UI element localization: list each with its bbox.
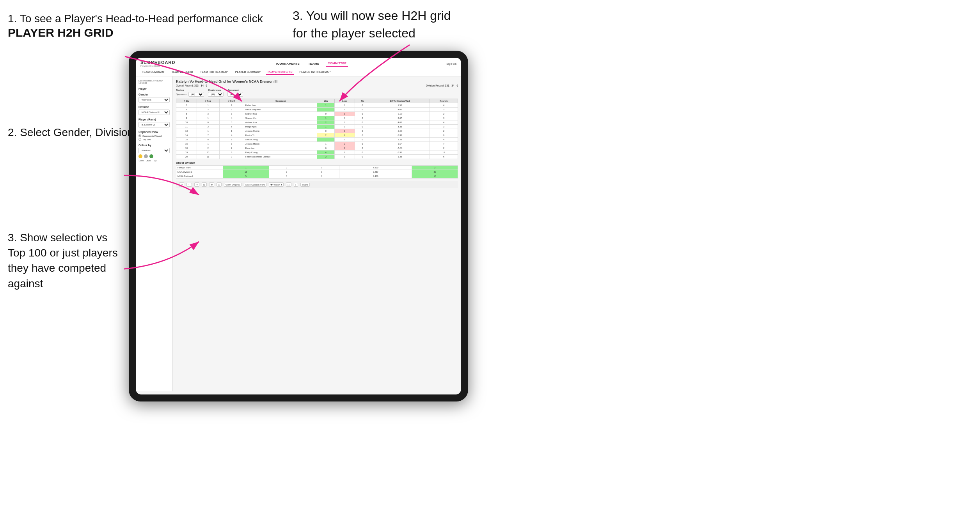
nav-teams[interactable]: TEAMS bbox=[307, 61, 321, 66]
sub-nav-team-h2h-heatmap[interactable]: TEAM H2H HEATMAP bbox=[199, 70, 230, 75]
cell-div: 18 bbox=[176, 146, 197, 150]
toolbar-share[interactable]: Share bbox=[300, 183, 310, 187]
instruction-1: 1. To see a Player's Head-to-Head perfor… bbox=[8, 11, 263, 39]
cell-win: 1 bbox=[317, 138, 335, 142]
sub-nav-team-h2h-grid[interactable]: TEAM H2H GRID bbox=[170, 70, 195, 75]
cell-conf: 4 bbox=[219, 116, 244, 120]
cell-opponent: Sharon Mun bbox=[244, 116, 317, 120]
cell-conf: 3 bbox=[219, 112, 244, 116]
ood-table-row: NCAA Division 2 5 0 0 7.400 10 bbox=[176, 174, 458, 179]
table-row: 16 1 3 Jessica Mason 1 2 0 -0.94 7 bbox=[176, 142, 458, 146]
colour-up bbox=[149, 154, 153, 158]
sub-nav-player-h2h-heatmap[interactable]: PLAYER H2H HEATMAP bbox=[298, 70, 332, 75]
player-rank-label: Player (Rank) bbox=[138, 118, 170, 121]
toolbar-timer[interactable]: ◷ bbox=[217, 182, 222, 187]
player-rank-select[interactable]: 8. Katelyn Vo bbox=[138, 122, 170, 127]
cell-loss: 0 bbox=[335, 108, 355, 112]
cell-win: 1 bbox=[317, 108, 335, 112]
cell-diff: -5.00 bbox=[370, 146, 430, 150]
cell-rounds: 9 bbox=[430, 133, 458, 138]
scoreboard-logo: SCOREBOARD Powered by clippd bbox=[140, 60, 175, 67]
col-div: # Div bbox=[176, 99, 197, 103]
tablet-frame: SCOREBOARD Powered by clippd TOURNAMENTS… bbox=[129, 51, 468, 401]
cell-opponent: Emily Chang bbox=[244, 150, 317, 155]
opponent-select[interactable]: (All) bbox=[227, 92, 243, 97]
h2h-title: Katelyn Vo Head-to-Head Grid for Women's… bbox=[176, 80, 458, 83]
table-row: 13 1 1 Jessica Huang 0 1 0 -3.00 2 bbox=[176, 129, 458, 133]
cell-opponent: Heejo Hyun bbox=[244, 125, 317, 129]
cell-win: 0 bbox=[317, 146, 335, 150]
toolbar-save-custom[interactable]: Save Custom View bbox=[244, 183, 267, 187]
opponents-select[interactable]: (All) bbox=[188, 92, 204, 97]
radio-top-100[interactable]: Top 100 bbox=[138, 138, 170, 141]
table-row: 20 11 7 Federica Domecq Lacroze 2 1 0 1.… bbox=[176, 155, 458, 159]
cell-diff: -0.94 bbox=[370, 142, 430, 146]
cell-opponent: Federica Domecq Lacroze bbox=[244, 155, 317, 159]
out-of-division-table: Foreign Team 1 0 0 4.500 2 NAIA Division… bbox=[176, 165, 458, 179]
cell-loss: 1 bbox=[335, 155, 355, 159]
opponent-filter-title: Opponent bbox=[227, 89, 243, 91]
colour-by-select[interactable]: Win/loss bbox=[138, 148, 170, 153]
division-select[interactable]: NCAA Division III bbox=[138, 110, 170, 115]
cell-conf: 2 bbox=[219, 146, 244, 150]
gender-select[interactable]: Women's bbox=[138, 97, 170, 103]
sub-nav-player-h2h-grid[interactable]: PLAYER H2H GRID bbox=[266, 70, 294, 75]
toolbar-redo[interactable]: ↪ bbox=[194, 182, 199, 187]
cell-diff: 3.67 bbox=[370, 116, 430, 120]
cell-win: 1 bbox=[317, 142, 335, 146]
ood-cell-opponent: Foreign Team bbox=[176, 166, 223, 170]
sub-nav-team-summary[interactable]: TEAM SUMMARY bbox=[140, 70, 166, 75]
cell-loss: 2 bbox=[335, 142, 355, 146]
col-loss: Loss bbox=[335, 99, 355, 103]
conference-filter-title: Conference bbox=[208, 89, 224, 91]
cell-tie: 0 bbox=[355, 103, 370, 108]
cell-opponent: Alexis Sudjianto bbox=[244, 108, 317, 112]
cell-reg: 8 bbox=[197, 138, 219, 142]
legend-level: Level bbox=[146, 159, 151, 162]
cell-reg: 11 bbox=[197, 155, 219, 159]
toolbar-refresh[interactable]: ⟲ bbox=[209, 182, 214, 187]
cell-conf: 3 bbox=[219, 142, 244, 146]
cell-rounds: 2 bbox=[430, 129, 458, 133]
table-row: 14 7 4 Eunice Yi 2 2 0 0.38 9 bbox=[176, 133, 458, 138]
cell-win: 0 bbox=[317, 112, 335, 116]
nav-committee[interactable]: COMMITTEE bbox=[326, 61, 348, 67]
toolbar-export[interactable]: ⬚ bbox=[286, 182, 291, 187]
nav-tournaments[interactable]: TOURNAMENTS bbox=[274, 61, 301, 66]
last-updated: Last Updated: 27/03/2024 16:55:38 bbox=[138, 80, 170, 84]
cell-opponent: Sydney Kuo bbox=[244, 112, 317, 116]
conference-select[interactable]: (All) bbox=[208, 92, 224, 97]
toolbar-undo[interactable]: ↩ bbox=[179, 182, 184, 187]
sub-nav-player-summary[interactable]: PLAYER SUMMARY bbox=[234, 70, 263, 75]
col-win: Win bbox=[317, 99, 335, 103]
cell-win: 1 bbox=[317, 116, 335, 120]
toolbar-back[interactable]: ← bbox=[186, 183, 192, 187]
cell-rounds: 2 bbox=[430, 146, 458, 150]
ood-cell-loss: 0 bbox=[269, 170, 304, 174]
col-rounds: Rounds bbox=[430, 99, 458, 103]
cell-win: 1 bbox=[317, 103, 335, 108]
cell-tie: 0 bbox=[355, 155, 370, 159]
table-row: 19 10 6 Emily Chang 4 1 0 0.30 11 bbox=[176, 150, 458, 155]
cell-tie: 0 bbox=[355, 133, 370, 138]
nav-sign-out[interactable]: Sign out bbox=[446, 62, 456, 65]
ood-table-row: Foreign Team 1 0 0 4.500 2 bbox=[176, 166, 458, 170]
cell-loss: 1 bbox=[335, 146, 355, 150]
cell-win: 2 bbox=[317, 155, 335, 159]
cell-rounds: 2 bbox=[430, 112, 458, 116]
toolbar-grid[interactable]: ⊞ bbox=[202, 182, 207, 187]
sub-nav: TEAM SUMMARY TEAM H2H GRID TEAM H2H HEAT… bbox=[140, 69, 456, 76]
col-opponent: Opponent bbox=[244, 99, 317, 103]
toolbar-view-original[interactable]: View: Original bbox=[224, 183, 241, 187]
cell-opponent: Jessica Huang bbox=[244, 129, 317, 133]
ood-cell-tie: 0 bbox=[304, 166, 339, 170]
ood-cell-diff: 4.500 bbox=[339, 166, 412, 170]
region-filter-title: Region bbox=[176, 89, 204, 91]
data-area: Katelyn Vo Head-to-Head Grid for Women's… bbox=[173, 76, 461, 391]
ood-cell-tie: 0 bbox=[304, 170, 339, 174]
powered-by: Powered by clippd bbox=[140, 65, 175, 67]
toolbar-watch[interactable]: 👁 Watch ▾ bbox=[269, 182, 283, 187]
radio-opponents-played[interactable]: Opponents Played bbox=[138, 134, 170, 137]
cell-diff: 4.00 bbox=[370, 108, 430, 112]
toolbar-resize[interactable]: ↕ bbox=[294, 183, 298, 187]
